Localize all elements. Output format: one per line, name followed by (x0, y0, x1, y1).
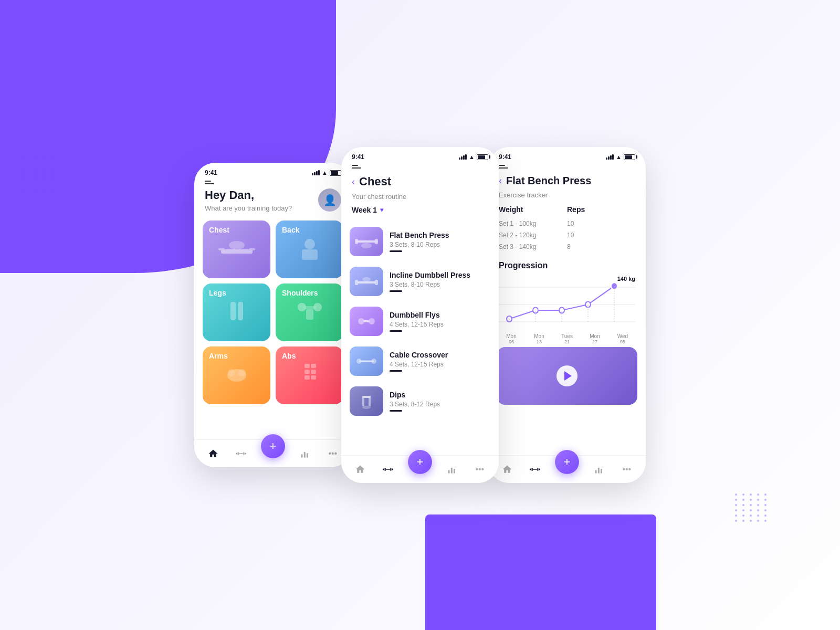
greeting-title: Hey Dan, (205, 188, 292, 202)
weight-2: Set 3 - 140kg (499, 243, 567, 250)
battery-icon-1 (330, 170, 341, 176)
bg-dots-left (21, 158, 63, 262)
user-avatar[interactable]: 👤 (318, 188, 341, 212)
svg-rect-3 (249, 248, 255, 250)
muscle-card-chest[interactable]: Chest (203, 220, 270, 278)
video-thumbnail[interactable] (497, 347, 637, 405)
play-button[interactable] (556, 365, 578, 386)
nav-chart-1[interactable] (298, 446, 312, 461)
exercise-thumb-2 (350, 307, 383, 336)
svg-rect-39 (363, 320, 370, 322)
play-icon (564, 371, 572, 381)
bg-rect-bottom (425, 514, 656, 630)
nav-fab-2[interactable]: + (408, 450, 432, 474)
week-selector[interactable]: Week 1 ▾ (341, 206, 499, 222)
chart-day-4: Wed (612, 333, 633, 339)
nav-home-3[interactable] (500, 462, 514, 477)
nav-more-1[interactable]: ••• (326, 446, 340, 461)
svg-rect-34 (355, 280, 358, 285)
muscle-card-arms[interactable]: Arms (203, 346, 270, 404)
reps-2: 8 (567, 243, 635, 250)
svg-point-41 (356, 359, 362, 364)
phone-exercise: 9:41 ▲ ‹ Flat Bench Pre (488, 147, 646, 483)
menu-line (205, 181, 211, 182)
exercise-title: Flat Bench Press (506, 175, 591, 187)
chart-date-2: 21 (556, 339, 578, 344)
svg-rect-70 (532, 469, 537, 469)
exercise-item-1[interactable]: Incline Dumbbell Press 3 Sets, 8-10 Reps (350, 261, 490, 301)
nav-chart-2[interactable] (445, 462, 459, 477)
status-icons-1: ▲ (312, 170, 341, 176)
nav-fab-1[interactable]: + (261, 434, 285, 458)
exercise-thumb-0 (350, 227, 383, 256)
chart-date-4: 05 (612, 339, 633, 344)
muscle-card-legs[interactable]: Legs (203, 284, 270, 341)
svg-rect-54 (454, 469, 455, 473)
menu-icon-1[interactable] (194, 181, 352, 188)
exercise-name-0: Flat Bench Press (390, 231, 490, 239)
exercise-thumb-4 (350, 386, 383, 416)
status-bar-3: 9:41 ▲ (488, 147, 646, 165)
muscle-card-shoulders[interactable]: Shoulders (276, 284, 343, 341)
weight-col-header: Weight (499, 205, 567, 214)
chart-day-0: Mon (501, 333, 522, 339)
exercise-name-3: Cable Crossover (390, 351, 490, 359)
svg-rect-16 (311, 364, 316, 368)
svg-rect-0 (221, 249, 253, 254)
exercise-sets-0: 3 Sets, 8-10 Reps (390, 241, 490, 248)
svg-rect-19 (304, 375, 310, 380)
reps-col-header: Reps (567, 205, 635, 214)
phone1-header: Hey Dan, What are you training today? 👤 (194, 188, 352, 220)
chest-subtitle: Your chest routine (341, 193, 499, 206)
menu-icon-2[interactable] (341, 165, 499, 173)
exercise-bar-4 (390, 410, 402, 412)
back-button-3[interactable]: ‹ (499, 175, 502, 186)
exercise-sets-4: 3 Sets, 8-12 Reps (390, 401, 490, 408)
back-button-2[interactable]: ‹ (352, 176, 355, 187)
svg-rect-48 (384, 468, 385, 471)
nav-chart-3[interactable] (592, 462, 606, 477)
exercise-item-2[interactable]: Dumbbell Flys 4 Sets, 12-15 Reps (350, 301, 490, 341)
svg-point-14 (238, 369, 246, 376)
exercise-item-3[interactable]: Cable Crossover 4 Sets, 12-15 Reps (350, 341, 490, 381)
nav-more-3[interactable]: ••• (620, 462, 634, 477)
battery-icon-2 (477, 154, 488, 160)
exercise-item-4[interactable]: Dips 3 Sets, 8-12 Reps (350, 381, 490, 421)
nav-fab-3[interactable]: + (555, 450, 579, 474)
nav-home-2[interactable] (353, 462, 368, 477)
nav-home-1[interactable] (206, 446, 220, 461)
bottom-nav-3: + ••• (488, 455, 646, 483)
muscle-card-abs[interactable]: Abs (276, 346, 343, 404)
svg-rect-29 (356, 240, 377, 243)
nav-more-2[interactable]: ••• (472, 462, 487, 477)
menu-icon-3[interactable] (488, 165, 646, 173)
nav-barbell-3[interactable] (528, 462, 542, 477)
svg-rect-47 (383, 469, 384, 470)
svg-rect-10 (303, 306, 316, 309)
wifi-icon-3: ▲ (616, 154, 622, 160)
nav-barbell-1[interactable] (234, 446, 248, 461)
muscle-grid: Chest Back (194, 220, 352, 404)
svg-rect-23 (238, 453, 243, 454)
week-chevron-icon: ▾ (380, 206, 383, 214)
svg-rect-75 (601, 469, 602, 473)
exercise-name-2: Dumbbell Flys (390, 311, 490, 319)
svg-rect-2 (218, 248, 225, 250)
exercise-info-3: Cable Crossover 4 Sets, 12-15 Reps (390, 351, 490, 372)
exercise-item-0[interactable]: Flat Bench Press 3 Sets, 8-10 Reps (350, 222, 490, 261)
svg-rect-33 (357, 281, 376, 284)
exercise-list: Flat Bench Press 3 Sets, 8-10 Reps (341, 222, 499, 452)
chest-title: Chest (359, 175, 391, 188)
muscle-card-label-shoulders: Shoulders (282, 289, 318, 297)
tracker-header: Weight Reps (499, 205, 635, 214)
muscle-card-back[interactable]: Back (276, 220, 343, 278)
status-bar-1: 9:41 ▲ (194, 163, 352, 181)
status-bar-2: 9:41 ▲ (341, 147, 499, 165)
exercise-thumb-1 (350, 267, 383, 296)
chart-date-0: 06 (501, 339, 522, 344)
chart-day-1: Mon (529, 333, 550, 339)
exercise-bar-0 (390, 250, 402, 252)
muscle-card-label-back: Back (282, 226, 299, 234)
nav-barbell-2[interactable] (381, 462, 395, 477)
progression-chart (499, 276, 635, 333)
